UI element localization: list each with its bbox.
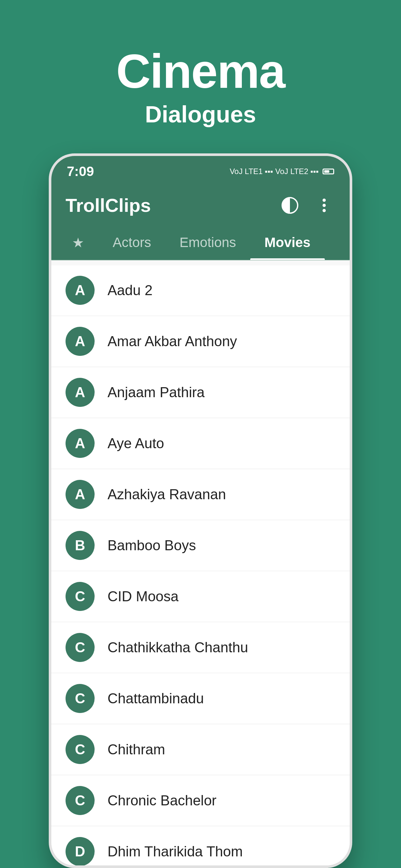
list-item[interactable]: BBamboo Boys	[51, 521, 350, 570]
movie-list: AAadu 2AAmar Akbar AnthonyAAnjaam Pathir…	[51, 260, 350, 868]
movie-avatar: C	[66, 633, 95, 662]
movie-name: Azhakiya Ravanan	[107, 486, 226, 502]
more-dot-3	[322, 209, 326, 212]
list-item[interactable]: AAnjaam Pathira	[51, 368, 350, 417]
movie-avatar: C	[66, 735, 95, 764]
more-options-button[interactable]	[313, 194, 335, 217]
more-dot-2	[322, 204, 326, 207]
list-item[interactable]: AAadu 2	[51, 266, 350, 315]
list-item[interactable]: AAmar Akbar Anthony	[51, 316, 350, 366]
tab-movies[interactable]: Movies	[250, 226, 325, 259]
movie-avatar: B	[66, 531, 95, 560]
movie-name: Chattambinadu	[107, 690, 204, 707]
list-item[interactable]: AAzhakiya Ravanan	[51, 469, 350, 519]
status-bar: 7:09 VoJ LTE1 ▪▪▪ VoJ LTE2 ▪▪▪	[51, 156, 350, 185]
movie-name: Anjaam Pathira	[107, 384, 205, 400]
list-item[interactable]: CChathikkatha Chanthu	[51, 623, 350, 672]
brightness-button[interactable]	[279, 194, 301, 217]
list-item[interactable]: CChattambinadu	[51, 674, 350, 723]
movie-avatar: C	[66, 786, 95, 815]
list-item[interactable]: DDhim Tharikida Thom	[51, 827, 350, 868]
movie-avatar: C	[66, 582, 95, 611]
movie-avatar: C	[66, 684, 95, 713]
movie-avatar: D	[66, 837, 95, 866]
app-subtitle: Dialogues	[116, 101, 285, 128]
movie-name: Chithram	[107, 741, 165, 757]
movie-avatar: A	[66, 378, 95, 407]
tab-actors[interactable]: Actors	[98, 226, 165, 259]
movie-name: Chathikkatha Chanthu	[107, 640, 248, 655]
status-icons: VoJ LTE1 ▪▪▪ VoJ LTE2 ▪▪▪	[229, 167, 334, 176]
movie-name: Aye Auto	[107, 435, 164, 452]
battery-icon	[322, 168, 334, 175]
movie-name: Dhim Tharikida Thom	[107, 843, 243, 860]
app-title: Cinema	[116, 45, 285, 98]
movie-name: Aadu 2	[107, 282, 152, 299]
movie-name: Chronic Bachelor	[107, 793, 217, 809]
movie-name: Bamboo Boys	[107, 537, 196, 554]
movie-avatar: A	[66, 276, 95, 305]
list-item[interactable]: AAye Auto	[51, 418, 350, 468]
list-item[interactable]: CCID Moosa	[51, 571, 350, 621]
movie-avatar: A	[66, 429, 95, 458]
tab-favorites[interactable]: ★	[58, 226, 98, 259]
movie-avatar: A	[66, 327, 95, 356]
movie-avatar: A	[66, 480, 95, 509]
signal-indicator: VoJ LTE1 ▪▪▪ VoJ LTE2 ▪▪▪	[229, 167, 319, 176]
tab-bar: ★ Actors Emotions Movies	[51, 226, 350, 260]
list-item[interactable]: CChronic Bachelor	[51, 776, 350, 826]
phone-frame: 7:09 VoJ LTE1 ▪▪▪ VoJ LTE2 ▪▪▪ TrollClip…	[49, 153, 352, 868]
status-time: 7:09	[67, 164, 94, 179]
app-header: Cinema Dialogues	[116, 0, 285, 153]
brightness-icon	[281, 197, 298, 214]
movie-name: Amar Akbar Anthony	[107, 333, 237, 349]
more-dot-1	[322, 198, 326, 202]
app-bar: TrollClips	[51, 185, 350, 226]
app-bar-icons	[279, 194, 335, 217]
tab-emotions[interactable]: Emotions	[165, 226, 250, 259]
list-item[interactable]: CChithram	[51, 724, 350, 774]
movie-name: CID Moosa	[107, 588, 179, 604]
app-bar-title: TrollClips	[66, 194, 151, 216]
